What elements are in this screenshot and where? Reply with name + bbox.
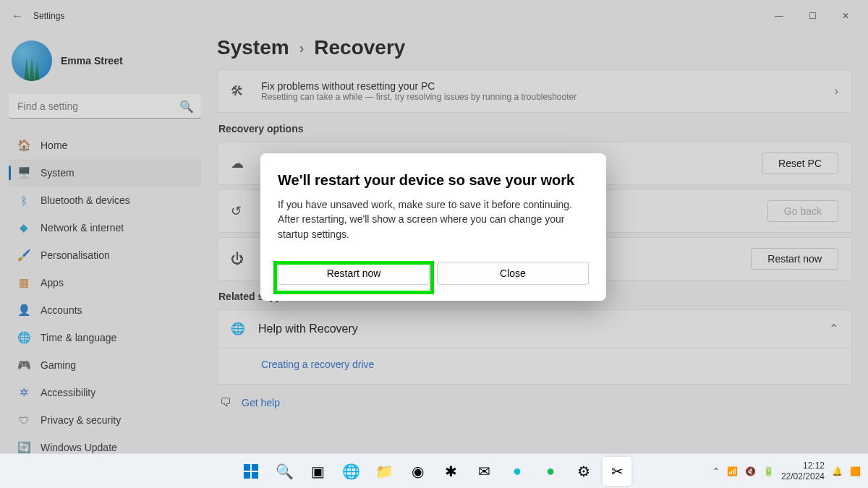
copilot-icon[interactable]: 🟧	[850, 466, 861, 476]
card-title: Fix problems without resetting your PC	[261, 80, 576, 92]
reset-pc-button[interactable]: Reset PC	[762, 153, 838, 174]
nav-label: Accessibility	[41, 387, 95, 398]
nav-label: Apps	[41, 277, 64, 288]
sidebar-item-privacy-security[interactable]: 🛡Privacy & security	[9, 406, 201, 434]
window-title: Settings	[33, 11, 64, 21]
settings-taskbar-icon[interactable]: ⚙	[569, 457, 598, 486]
nav-label: System	[41, 167, 75, 179]
dialog-close-button[interactable]: Close	[437, 262, 589, 285]
nav-icon: ▦	[17, 276, 30, 289]
sidebar-item-network-internet[interactable]: ◆Network & internet	[9, 214, 201, 241]
chrome-icon[interactable]: ◉	[403, 457, 432, 486]
nav-label: Time & language	[41, 332, 116, 343]
maximize-button[interactable]: ☐	[796, 4, 829, 27]
clock[interactable]: 12:12 22/02/2024	[781, 461, 825, 481]
chevron-right-icon: ›	[299, 40, 305, 56]
minimize-button[interactable]: —	[762, 4, 796, 27]
battery-icon[interactable]: 🔋	[763, 466, 774, 476]
sidebar-item-apps[interactable]: ▦Apps	[9, 269, 201, 296]
outlook-icon[interactable]: ✉	[469, 457, 498, 486]
cloud-reset-icon: ☁	[231, 155, 248, 171]
help-with-recovery-row[interactable]: 🌐 Help with Recovery ⌃	[218, 310, 851, 347]
task-search-icon[interactable]: 🔍	[270, 457, 299, 486]
sidebar-item-accessibility[interactable]: ✲Accessibility	[9, 379, 201, 406]
snipping-tool-icon[interactable]: ✂	[603, 457, 631, 486]
system-tray[interactable]: ⌃ 📶 🔇 🔋 12:12 22/02/2024 🔔 🟧	[712, 461, 861, 481]
support-title: Help with Recovery	[258, 322, 358, 335]
taskbar-time: 12:12	[781, 461, 825, 471]
power-settings-icon: ⏻	[231, 252, 248, 267]
dialog-body: If you have unsaved work, make sure to s…	[278, 197, 589, 241]
nav-icon: 🏠	[17, 139, 30, 152]
go-back-button: Go back	[767, 200, 838, 222]
dialog-title: We'll restart your device so save your w…	[278, 172, 589, 189]
avatar	[12, 40, 52, 81]
related-support-card: 🌐 Help with Recovery ⌃ Creating a recove…	[217, 309, 852, 385]
sidebar-item-time-language[interactable]: 🌐Time & language	[9, 324, 201, 351]
task-view-icon[interactable]: ▣	[303, 457, 332, 486]
breadcrumb-parent[interactable]: System	[217, 36, 289, 59]
nav-label: Privacy & security	[41, 414, 121, 426]
sidebar-item-system[interactable]: 🖥️System	[9, 159, 201, 187]
nav-label: Accounts	[41, 304, 82, 316]
nav-icon: ᛒ	[17, 194, 30, 207]
nav-label: Network & internet	[41, 222, 124, 234]
user-name: Emma Street	[61, 55, 123, 67]
chevron-up-icon: ⌃	[829, 322, 838, 335]
nav-icon: 👤	[17, 304, 30, 317]
slack-icon[interactable]: ✱	[436, 457, 465, 486]
spotify-icon[interactable]: ●	[536, 457, 565, 486]
start-button[interactable]	[237, 457, 265, 486]
sidebar-item-accounts[interactable]: 👤Accounts	[9, 296, 201, 324]
search-input[interactable]	[9, 94, 201, 119]
taskbar: 🔍 ▣ 🌐 📁 ◉ ✱ ✉ ● ● ⚙ ✂ ⌃ 📶 🔇 🔋 12:12 22/0…	[0, 453, 868, 488]
wrench-icon: 🛠	[231, 84, 248, 99]
breadcrumb-current: Recovery	[314, 36, 405, 59]
edge-icon[interactable]: 🌐	[336, 457, 365, 486]
nav-icon: ◆	[17, 221, 30, 234]
nav-icon: 🎮	[17, 359, 30, 372]
nav-label: Personalisation	[41, 249, 110, 261]
sidebar-item-personalisation[interactable]: 🖌️Personalisation	[9, 241, 201, 269]
nav-icon: 🖌️	[17, 249, 30, 262]
search-icon: 🔍	[179, 100, 194, 114]
notifications-icon[interactable]: 🔔	[832, 466, 843, 476]
nav-label: Home	[41, 140, 67, 151]
restart-dialog: We'll restart your device so save your w…	[260, 153, 606, 301]
back-button[interactable]: ←	[6, 9, 29, 22]
nav-icon: 🌐	[17, 331, 30, 344]
fix-problems-card[interactable]: 🛠 Fix problems without resetting your PC…	[217, 69, 852, 113]
nav-list: 🏠Home🖥️SystemᛒBluetooth & devices◆Networ…	[9, 132, 201, 461]
help-icon: 🗨	[220, 396, 231, 409]
file-explorer-icon[interactable]: 📁	[370, 457, 399, 486]
history-icon: ↺	[231, 203, 248, 219]
restart-now-button[interactable]: Restart now	[751, 248, 838, 270]
titlebar: ← Settings — ☐ ✕	[0, 0, 868, 32]
canva-icon[interactable]: ●	[503, 457, 532, 486]
dialog-restart-now-button[interactable]: Restart now	[278, 262, 430, 285]
sidebar-item-gaming[interactable]: 🎮Gaming	[9, 351, 201, 379]
taskbar-date: 22/02/2024	[781, 471, 825, 481]
wifi-icon[interactable]: 📶	[727, 466, 738, 476]
nav-icon: 🖥️	[17, 166, 30, 179]
nav-label: Windows Update	[41, 442, 117, 453]
chevron-right-icon: ›	[835, 85, 838, 98]
profile-block[interactable]: Emma Street	[9, 36, 201, 94]
nav-icon: 🔄	[17, 441, 30, 454]
nav-label: Bluetooth & devices	[41, 194, 130, 206]
nav-icon: ✲	[17, 386, 30, 399]
recovery-drive-link[interactable]: Creating a recovery drive	[261, 359, 374, 370]
nav-label: Gaming	[41, 359, 76, 371]
volume-icon[interactable]: 🔇	[745, 466, 756, 476]
sidebar-item-home[interactable]: 🏠Home	[9, 132, 201, 159]
card-subtitle: Resetting can take a while — first, try …	[261, 92, 576, 102]
nav-icon: 🛡	[17, 414, 30, 427]
close-window-button[interactable]: ✕	[829, 4, 862, 27]
sidebar: Emma Street 🔍 🏠Home🖥️SystemᛒBluetooth & …	[0, 32, 210, 466]
breadcrumb: System › Recovery	[217, 36, 852, 59]
search-box[interactable]: 🔍	[9, 94, 201, 119]
section-header-recovery: Recovery options	[218, 123, 852, 134]
get-help-link[interactable]: Get help	[242, 397, 280, 408]
sidebar-item-bluetooth-devices[interactable]: ᛒBluetooth & devices	[9, 187, 201, 214]
tray-chevron-icon[interactable]: ⌃	[712, 466, 720, 476]
